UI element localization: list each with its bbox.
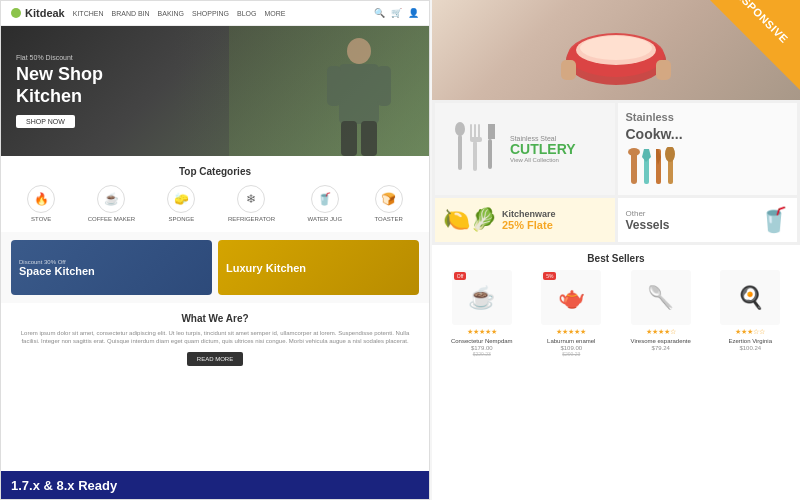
product-stars-1: ★★★★★ — [467, 328, 497, 336]
water-jug-icon: 🥤 — [311, 185, 339, 213]
responsive-badge: RESPONSIVE — [690, 0, 800, 110]
promo-space-name: Space Kitchen — [19, 265, 204, 277]
category-coffee[interactable]: ☕ COFFEE MAKER — [88, 185, 135, 222]
logo-dot — [11, 8, 21, 18]
hero-content: Flat 50% Discount New Shop Kitchen SHOP … — [16, 54, 103, 128]
cutlery-link[interactable]: View All Collection — [510, 157, 605, 163]
svg-rect-2 — [327, 66, 341, 106]
vessels-image: 🥤 — [759, 206, 789, 234]
nav-brand[interactable]: BRAND BIN — [111, 10, 149, 17]
hero-title: New Shop Kitchen — [16, 64, 103, 107]
what-we-are-title: What We Are? — [11, 313, 419, 324]
product-name-2: Laburnum enamel — [547, 338, 595, 344]
hero-discount: Flat 50% Discount — [16, 54, 103, 61]
cutlery-image — [445, 124, 505, 174]
cutlery-title: CUTLERY — [510, 142, 605, 157]
kitchenware-card[interactable]: 🍋🥬 Kitchenware 25% Flate — [435, 198, 615, 242]
svg-rect-15 — [474, 124, 476, 139]
wooden-utensils — [626, 147, 686, 187]
category-toaster[interactable]: 🍞 TOASTER — [375, 185, 403, 222]
product-price-3: $79.24 — [652, 345, 670, 351]
product-stars-4: ★★★☆☆ — [735, 328, 765, 336]
nav-kitchen[interactable]: KITCHEN — [73, 10, 104, 17]
stove-icon: 🔥 — [27, 185, 55, 213]
search-icon[interactable]: 🔍 — [374, 8, 385, 18]
product-item-2[interactable]: 🫖 5% ★★★★★ Laburnum enamel $109.00 $200.… — [536, 270, 606, 357]
product-item-3[interactable]: 🥄 ★★★★☆ Viresome esparadente $79.24 — [626, 270, 696, 357]
vessels-title: Vessels — [626, 218, 670, 232]
promo-banners: Discount 30% Off Space Kitchen Luxury Ki… — [1, 232, 429, 303]
svg-rect-18 — [473, 141, 477, 171]
nav-baking[interactable]: BAKING — [158, 10, 184, 17]
svg-rect-5 — [361, 121, 377, 156]
cookware-card[interactable]: Stainless Cookw... — [618, 103, 798, 195]
nav-more[interactable]: MORE — [264, 10, 285, 17]
bottom-bar-text: 1.7.x & 8.x Ready — [11, 478, 117, 493]
left-panel: Kitdeak KITCHEN BRAND BIN BAKING SHOPPIN… — [0, 0, 430, 500]
svg-rect-17 — [470, 137, 482, 142]
read-more-button[interactable]: READ MORE — [187, 352, 243, 366]
what-we-are-section: What We Are? Lorem ipsum dolor sit amet,… — [1, 303, 429, 376]
what-we-are-text: Lorem ipsum dolor sit amet, consectetur … — [11, 329, 419, 346]
categories-grid: 🔥 STOVE ☕ COFFEE MAKER 🧽 SPONGE ❄ REFRIG… — [11, 185, 419, 222]
nav-shopping[interactable]: SHOPPING — [192, 10, 229, 17]
hero-section: Flat 50% Discount New Shop Kitchen SHOP … — [1, 26, 429, 156]
product-item-4[interactable]: 🍳 ★★★☆☆ Ezertion Virginia $100.24 — [715, 270, 785, 357]
product-feature-grid: Stainless Steal CUTLERY View All Collect… — [432, 100, 800, 245]
category-stove[interactable]: 🔥 STOVE — [27, 185, 55, 222]
vessels-info: Other Vessels — [626, 209, 670, 232]
product-img-2: 🫖 5% — [541, 270, 601, 325]
refrigerator-icon: ❄ — [237, 185, 265, 213]
right-panel: RESPONSIVE — [432, 0, 800, 500]
svg-rect-1 — [339, 64, 379, 124]
stove-label: STOVE — [31, 216, 51, 222]
logo[interactable]: Kitdeak — [11, 7, 65, 19]
promo-space-kitchen[interactable]: Discount 30% Off Space Kitchen — [11, 240, 212, 295]
user-icon[interactable]: 👤 — [408, 8, 419, 18]
nav-blog[interactable]: BLOG — [237, 10, 256, 17]
navbar: Kitdeak KITCHEN BRAND BIN BAKING SHOPPIN… — [1, 1, 429, 26]
vessels-card[interactable]: Other Vessels 🥤 — [618, 198, 798, 242]
product-item-1[interactable]: ☕ Off ★★★★★ Consectetur Nempdam $179.00 … — [447, 270, 517, 357]
svg-point-12 — [455, 122, 465, 136]
svg-rect-10 — [561, 60, 576, 80]
cutlery-info: Stainless Steal CUTLERY View All Collect… — [510, 135, 605, 163]
product-name-4: Ezertion Virginia — [728, 338, 772, 344]
nav-icons: 🔍 🛒 👤 — [374, 8, 419, 18]
product-img-1: ☕ Off — [452, 270, 512, 325]
kitchenware-discount: 25% Flate — [502, 219, 556, 231]
cutlery-card[interactable]: Stainless Steal CUTLERY View All Collect… — [435, 103, 615, 195]
sponge-icon: 🧽 — [167, 185, 195, 213]
promo-luxury-kitchen[interactable]: Luxury Kitchen — [218, 240, 419, 295]
toaster-icon: 🍞 — [375, 185, 403, 213]
coffee-icon: ☕ — [97, 185, 125, 213]
kitchenware-image: 🍋🥬 — [443, 207, 497, 233]
cart-icon[interactable]: 🛒 — [391, 8, 402, 18]
svg-rect-4 — [341, 121, 357, 156]
hero-title-line1: New Shop — [16, 64, 103, 84]
product-name-1: Consectetur Nempdam — [451, 338, 513, 344]
product-badge-1: Off — [454, 272, 467, 280]
product-stars-2: ★★★★★ — [556, 328, 586, 336]
coffee-label: COFFEE MAKER — [88, 216, 135, 222]
category-sponge[interactable]: 🧽 SPONGE — [167, 185, 195, 222]
product-img-3: 🥄 — [631, 270, 691, 325]
top-categories-title: Top Categories — [11, 166, 419, 177]
category-water-jug[interactable]: 🥤 WATER JUG — [307, 185, 342, 222]
cookware-main-title: Cookw... — [626, 126, 683, 142]
svg-rect-13 — [458, 135, 462, 170]
water-jug-label: WATER JUG — [307, 216, 342, 222]
svg-point-25 — [665, 147, 675, 162]
best-sellers-section: Best Sellers ☕ Off ★★★★★ Consectetur Nem… — [432, 245, 800, 365]
sponge-label: SPONGE — [169, 216, 195, 222]
product-price-old-1: $220.23 — [473, 351, 491, 357]
kitchenware-title: Kitchenware — [502, 209, 556, 219]
svg-point-0 — [347, 38, 371, 64]
product-price-4: $100.24 — [739, 345, 761, 351]
product-img-4: 🍳 — [720, 270, 780, 325]
svg-point-9 — [580, 36, 652, 60]
vessels-label: Other — [626, 209, 670, 218]
svg-rect-19 — [488, 139, 492, 169]
category-refrigerator[interactable]: ❄ REFRIGERATOR — [228, 185, 275, 222]
shop-now-button[interactable]: SHOP NOW — [16, 115, 75, 128]
